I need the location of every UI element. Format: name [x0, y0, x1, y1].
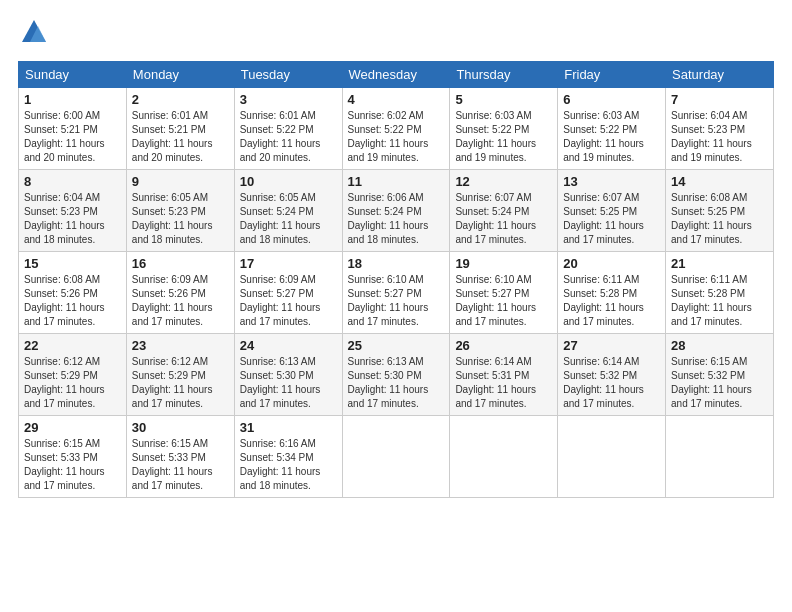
- calendar-week-3: 15 Sunrise: 6:08 AMSunset: 5:26 PMDaylig…: [19, 252, 774, 334]
- day-number: 2: [132, 92, 229, 107]
- day-number: 27: [563, 338, 660, 353]
- day-info: Sunrise: 6:15 AMSunset: 5:32 PMDaylight:…: [671, 356, 752, 409]
- calendar-week-1: 1 Sunrise: 6:00 AMSunset: 5:21 PMDayligh…: [19, 88, 774, 170]
- calendar-cell: [450, 416, 558, 498]
- day-number: 21: [671, 256, 768, 271]
- day-number: 4: [348, 92, 445, 107]
- weekday-header-wednesday: Wednesday: [342, 62, 450, 88]
- day-info: Sunrise: 6:15 AMSunset: 5:33 PMDaylight:…: [132, 438, 213, 491]
- calendar-cell: [666, 416, 774, 498]
- day-number: 30: [132, 420, 229, 435]
- day-info: Sunrise: 6:13 AMSunset: 5:30 PMDaylight:…: [240, 356, 321, 409]
- calendar-cell: 9 Sunrise: 6:05 AMSunset: 5:23 PMDayligh…: [126, 170, 234, 252]
- calendar-cell: 22 Sunrise: 6:12 AMSunset: 5:29 PMDaylig…: [19, 334, 127, 416]
- day-number: 13: [563, 174, 660, 189]
- day-number: 24: [240, 338, 337, 353]
- calendar-cell: 7 Sunrise: 6:04 AMSunset: 5:23 PMDayligh…: [666, 88, 774, 170]
- calendar-cell: 21 Sunrise: 6:11 AMSunset: 5:28 PMDaylig…: [666, 252, 774, 334]
- day-info: Sunrise: 6:02 AMSunset: 5:22 PMDaylight:…: [348, 110, 429, 163]
- day-info: Sunrise: 6:07 AMSunset: 5:24 PMDaylight:…: [455, 192, 536, 245]
- calendar-week-5: 29 Sunrise: 6:15 AMSunset: 5:33 PMDaylig…: [19, 416, 774, 498]
- calendar-cell: 18 Sunrise: 6:10 AMSunset: 5:27 PMDaylig…: [342, 252, 450, 334]
- calendar-cell: [558, 416, 666, 498]
- day-number: 29: [24, 420, 121, 435]
- calendar-cell: 16 Sunrise: 6:09 AMSunset: 5:26 PMDaylig…: [126, 252, 234, 334]
- day-number: 5: [455, 92, 552, 107]
- day-number: 11: [348, 174, 445, 189]
- day-number: 25: [348, 338, 445, 353]
- weekday-header-sunday: Sunday: [19, 62, 127, 88]
- day-info: Sunrise: 6:03 AMSunset: 5:22 PMDaylight:…: [563, 110, 644, 163]
- calendar-cell: 25 Sunrise: 6:13 AMSunset: 5:30 PMDaylig…: [342, 334, 450, 416]
- day-info: Sunrise: 6:11 AMSunset: 5:28 PMDaylight:…: [671, 274, 752, 327]
- day-info: Sunrise: 6:07 AMSunset: 5:25 PMDaylight:…: [563, 192, 644, 245]
- logo-icon: [20, 18, 48, 46]
- weekday-header-row: SundayMondayTuesdayWednesdayThursdayFrid…: [19, 62, 774, 88]
- logo: [18, 18, 48, 51]
- day-number: 1: [24, 92, 121, 107]
- calendar-cell: [342, 416, 450, 498]
- calendar-cell: 15 Sunrise: 6:08 AMSunset: 5:26 PMDaylig…: [19, 252, 127, 334]
- day-number: 19: [455, 256, 552, 271]
- day-number: 15: [24, 256, 121, 271]
- calendar-week-2: 8 Sunrise: 6:04 AMSunset: 5:23 PMDayligh…: [19, 170, 774, 252]
- calendar-cell: 30 Sunrise: 6:15 AMSunset: 5:33 PMDaylig…: [126, 416, 234, 498]
- day-info: Sunrise: 6:16 AMSunset: 5:34 PMDaylight:…: [240, 438, 321, 491]
- day-number: 7: [671, 92, 768, 107]
- day-number: 3: [240, 92, 337, 107]
- weekday-header-tuesday: Tuesday: [234, 62, 342, 88]
- calendar-cell: 11 Sunrise: 6:06 AMSunset: 5:24 PMDaylig…: [342, 170, 450, 252]
- calendar-cell: 6 Sunrise: 6:03 AMSunset: 5:22 PMDayligh…: [558, 88, 666, 170]
- day-number: 31: [240, 420, 337, 435]
- day-number: 9: [132, 174, 229, 189]
- calendar-week-4: 22 Sunrise: 6:12 AMSunset: 5:29 PMDaylig…: [19, 334, 774, 416]
- day-info: Sunrise: 6:06 AMSunset: 5:24 PMDaylight:…: [348, 192, 429, 245]
- day-number: 18: [348, 256, 445, 271]
- calendar-cell: 31 Sunrise: 6:16 AMSunset: 5:34 PMDaylig…: [234, 416, 342, 498]
- day-info: Sunrise: 6:08 AMSunset: 5:26 PMDaylight:…: [24, 274, 105, 327]
- calendar-cell: 23 Sunrise: 6:12 AMSunset: 5:29 PMDaylig…: [126, 334, 234, 416]
- day-info: Sunrise: 6:03 AMSunset: 5:22 PMDaylight:…: [455, 110, 536, 163]
- calendar-cell: 24 Sunrise: 6:13 AMSunset: 5:30 PMDaylig…: [234, 334, 342, 416]
- day-info: Sunrise: 6:09 AMSunset: 5:27 PMDaylight:…: [240, 274, 321, 327]
- day-info: Sunrise: 6:00 AMSunset: 5:21 PMDaylight:…: [24, 110, 105, 163]
- calendar: SundayMondayTuesdayWednesdayThursdayFrid…: [18, 61, 774, 498]
- day-info: Sunrise: 6:05 AMSunset: 5:24 PMDaylight:…: [240, 192, 321, 245]
- calendar-cell: 17 Sunrise: 6:09 AMSunset: 5:27 PMDaylig…: [234, 252, 342, 334]
- day-info: Sunrise: 6:01 AMSunset: 5:22 PMDaylight:…: [240, 110, 321, 163]
- weekday-header-thursday: Thursday: [450, 62, 558, 88]
- calendar-cell: 28 Sunrise: 6:15 AMSunset: 5:32 PMDaylig…: [666, 334, 774, 416]
- day-info: Sunrise: 6:09 AMSunset: 5:26 PMDaylight:…: [132, 274, 213, 327]
- day-number: 22: [24, 338, 121, 353]
- day-info: Sunrise: 6:01 AMSunset: 5:21 PMDaylight:…: [132, 110, 213, 163]
- day-number: 28: [671, 338, 768, 353]
- day-number: 6: [563, 92, 660, 107]
- day-info: Sunrise: 6:11 AMSunset: 5:28 PMDaylight:…: [563, 274, 644, 327]
- calendar-cell: 19 Sunrise: 6:10 AMSunset: 5:27 PMDaylig…: [450, 252, 558, 334]
- calendar-cell: 14 Sunrise: 6:08 AMSunset: 5:25 PMDaylig…: [666, 170, 774, 252]
- day-number: 23: [132, 338, 229, 353]
- calendar-cell: 12 Sunrise: 6:07 AMSunset: 5:24 PMDaylig…: [450, 170, 558, 252]
- day-info: Sunrise: 6:13 AMSunset: 5:30 PMDaylight:…: [348, 356, 429, 409]
- calendar-cell: 1 Sunrise: 6:00 AMSunset: 5:21 PMDayligh…: [19, 88, 127, 170]
- day-number: 20: [563, 256, 660, 271]
- day-info: Sunrise: 6:08 AMSunset: 5:25 PMDaylight:…: [671, 192, 752, 245]
- page: SundayMondayTuesdayWednesdayThursdayFrid…: [0, 0, 792, 508]
- calendar-cell: 10 Sunrise: 6:05 AMSunset: 5:24 PMDaylig…: [234, 170, 342, 252]
- weekday-header-friday: Friday: [558, 62, 666, 88]
- day-number: 14: [671, 174, 768, 189]
- day-number: 26: [455, 338, 552, 353]
- day-info: Sunrise: 6:12 AMSunset: 5:29 PMDaylight:…: [24, 356, 105, 409]
- day-info: Sunrise: 6:12 AMSunset: 5:29 PMDaylight:…: [132, 356, 213, 409]
- calendar-cell: 2 Sunrise: 6:01 AMSunset: 5:21 PMDayligh…: [126, 88, 234, 170]
- calendar-cell: 26 Sunrise: 6:14 AMSunset: 5:31 PMDaylig…: [450, 334, 558, 416]
- day-info: Sunrise: 6:14 AMSunset: 5:31 PMDaylight:…: [455, 356, 536, 409]
- day-info: Sunrise: 6:04 AMSunset: 5:23 PMDaylight:…: [671, 110, 752, 163]
- calendar-cell: 20 Sunrise: 6:11 AMSunset: 5:28 PMDaylig…: [558, 252, 666, 334]
- day-info: Sunrise: 6:04 AMSunset: 5:23 PMDaylight:…: [24, 192, 105, 245]
- weekday-header-saturday: Saturday: [666, 62, 774, 88]
- calendar-cell: 4 Sunrise: 6:02 AMSunset: 5:22 PMDayligh…: [342, 88, 450, 170]
- calendar-cell: 5 Sunrise: 6:03 AMSunset: 5:22 PMDayligh…: [450, 88, 558, 170]
- day-number: 16: [132, 256, 229, 271]
- day-number: 10: [240, 174, 337, 189]
